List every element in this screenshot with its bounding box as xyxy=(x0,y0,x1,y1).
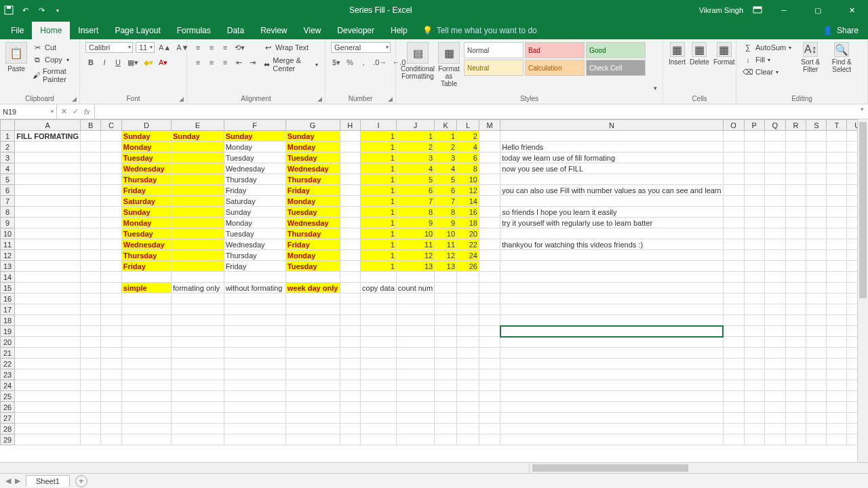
cancel-formula-icon[interactable]: ✕ xyxy=(61,107,67,116)
cell-O29[interactable] xyxy=(723,434,744,445)
cell-S22[interactable] xyxy=(806,359,827,369)
cell-J20[interactable] xyxy=(396,337,434,348)
cell-K8[interactable]: 8 xyxy=(435,207,457,218)
number-launcher-icon[interactable]: ◢ xyxy=(388,96,393,102)
cell-Q22[interactable] xyxy=(764,359,785,369)
cell-H13[interactable] xyxy=(340,261,361,272)
cell-G28[interactable] xyxy=(285,424,340,434)
cell-R17[interactable] xyxy=(785,304,806,315)
style-normal[interactable]: Normal xyxy=(464,42,524,58)
cell-C6[interactable] xyxy=(101,185,122,196)
cell-F28[interactable] xyxy=(224,424,285,434)
col-header-S[interactable]: S xyxy=(806,120,827,131)
tab-help[interactable]: Help xyxy=(382,22,416,39)
cell-G16[interactable] xyxy=(285,293,340,304)
horizontal-scrollbar[interactable] xyxy=(0,462,868,473)
cell-K14[interactable] xyxy=(435,272,457,283)
cell-S14[interactable] xyxy=(806,272,827,283)
cell-J19[interactable] xyxy=(396,326,434,337)
cell-M29[interactable] xyxy=(479,434,500,445)
cell-I18[interactable] xyxy=(361,315,397,326)
cell-O5[interactable] xyxy=(723,174,744,185)
cell-P11[interactable] xyxy=(744,239,764,250)
cell-Q26[interactable] xyxy=(764,402,785,413)
cell-F21[interactable] xyxy=(224,348,285,359)
cell-D24[interactable] xyxy=(121,380,171,391)
cell-D10[interactable]: Tuesday xyxy=(121,228,171,239)
cell-I10[interactable]: 1 xyxy=(361,228,397,239)
cell-B14[interactable] xyxy=(81,272,101,283)
cell-F6[interactable]: Friday xyxy=(224,185,285,196)
cell-E4[interactable] xyxy=(171,163,224,174)
cell-M3[interactable] xyxy=(479,152,500,163)
underline-button[interactable]: U xyxy=(113,57,123,68)
cell-K18[interactable] xyxy=(435,315,457,326)
cell-J22[interactable] xyxy=(396,359,434,369)
cell-H21[interactable] xyxy=(340,348,361,359)
cell-L21[interactable] xyxy=(457,348,479,359)
cell-D4[interactable]: Wednesday xyxy=(121,163,171,174)
percent-format-icon[interactable]: % xyxy=(344,57,355,68)
cell-R25[interactable] xyxy=(785,391,806,402)
cell-E5[interactable] xyxy=(171,174,224,185)
tab-file[interactable]: File xyxy=(3,22,32,39)
cell-I4[interactable]: 1 xyxy=(361,163,397,174)
cell-H16[interactable] xyxy=(340,293,361,304)
cell-J27[interactable] xyxy=(396,413,434,424)
cell-B9[interactable] xyxy=(81,218,101,228)
cell-B1[interactable] xyxy=(81,131,101,142)
cell-B19[interactable] xyxy=(81,326,101,337)
cell-I3[interactable]: 1 xyxy=(361,152,397,163)
cell-C28[interactable] xyxy=(101,424,122,434)
cell-H4[interactable] xyxy=(340,163,361,174)
cell-G8[interactable]: Tuesday xyxy=(285,207,340,218)
cell-I6[interactable]: 1 xyxy=(361,185,397,196)
cell-E12[interactable] xyxy=(171,250,224,261)
cell-I12[interactable]: 1 xyxy=(361,250,397,261)
cell-B12[interactable] xyxy=(81,250,101,261)
cell-E9[interactable] xyxy=(171,218,224,228)
cell-F22[interactable] xyxy=(224,359,285,369)
cell-T12[interactable] xyxy=(827,250,847,261)
cell-T17[interactable] xyxy=(827,304,847,315)
cell-F1[interactable]: Sunday xyxy=(224,131,285,142)
cell-P29[interactable] xyxy=(744,434,764,445)
cell-C29[interactable] xyxy=(101,434,122,445)
cell-J14[interactable] xyxy=(396,272,434,283)
style-good[interactable]: Good xyxy=(586,42,646,58)
cell-F10[interactable]: Tuesday xyxy=(224,228,285,239)
cell-H10[interactable] xyxy=(340,228,361,239)
cell-J1[interactable]: 1 xyxy=(396,131,434,142)
cell-K3[interactable]: 3 xyxy=(435,152,457,163)
bold-button[interactable]: B xyxy=(85,57,96,68)
cell-N6[interactable]: you can also use Fill with number values… xyxy=(500,185,723,196)
cell-S13[interactable] xyxy=(806,261,827,272)
cell-A22[interactable] xyxy=(15,359,81,369)
formula-expand-icon[interactable]: ▾ xyxy=(856,104,868,119)
cell-H22[interactable] xyxy=(340,359,361,369)
font-launcher-icon[interactable]: ◢ xyxy=(179,96,184,102)
cell-M25[interactable] xyxy=(479,391,500,402)
cell-B3[interactable] xyxy=(81,152,101,163)
cell-O15[interactable] xyxy=(723,283,744,293)
cell-E26[interactable] xyxy=(171,402,224,413)
cell-G25[interactable] xyxy=(285,391,340,402)
cell-B7[interactable] xyxy=(81,196,101,207)
cell-L27[interactable] xyxy=(457,413,479,424)
cell-K5[interactable]: 5 xyxy=(435,174,457,185)
cell-A13[interactable] xyxy=(15,261,81,272)
cell-S17[interactable] xyxy=(806,304,827,315)
cell-P23[interactable] xyxy=(744,369,764,380)
cell-R6[interactable] xyxy=(785,185,806,196)
cell-K28[interactable] xyxy=(435,424,457,434)
cell-O23[interactable] xyxy=(723,369,744,380)
cell-O16[interactable] xyxy=(723,293,744,304)
cell-R28[interactable] xyxy=(785,424,806,434)
cell-G23[interactable] xyxy=(285,369,340,380)
cell-H17[interactable] xyxy=(340,304,361,315)
cell-P15[interactable] xyxy=(744,283,764,293)
cell-L29[interactable] xyxy=(457,434,479,445)
cell-K7[interactable]: 7 xyxy=(435,196,457,207)
cell-B17[interactable] xyxy=(81,304,101,315)
cell-J15[interactable]: count num xyxy=(396,283,434,293)
